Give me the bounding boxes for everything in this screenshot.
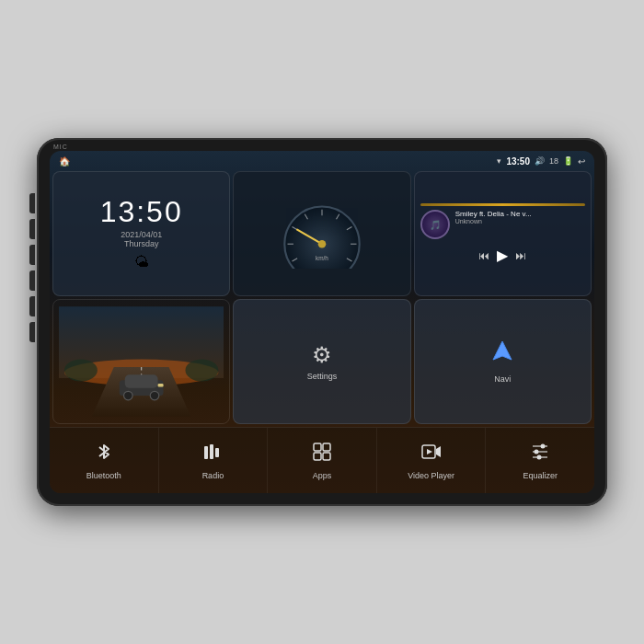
music-controls: ⏮ ▶ ⏭ <box>420 247 585 264</box>
settings-label: Settings <box>307 372 338 381</box>
radio-label: Radio <box>202 471 224 480</box>
settings-widget[interactable]: ⚙ Settings <box>233 299 410 424</box>
apps-icon <box>312 442 332 467</box>
clock-display: 13:50 <box>100 197 183 226</box>
play-button[interactable]: ▶ <box>497 247 508 264</box>
equalizer-button[interactable]: Equalizer <box>486 428 594 493</box>
svg-marker-34 <box>436 446 441 457</box>
status-bar: 🏠 ▾ 13:50 🔊 18 🔋 ↩ <box>50 151 594 171</box>
settings-icon: ⚙ <box>312 342 332 368</box>
album-art: 🎵 <box>420 210 450 239</box>
svg-point-22 <box>64 360 98 382</box>
mic-label: MIC <box>53 144 68 150</box>
video-button[interactable]: Video Player <box>377 428 487 493</box>
svg-text:km/h: km/h <box>316 255 328 261</box>
svg-rect-25 <box>204 446 208 459</box>
svg-rect-21 <box>158 384 164 387</box>
back-button[interactable] <box>29 270 35 291</box>
rst-button[interactable] <box>29 193 35 213</box>
battery-icon: 🔋 <box>563 156 573 166</box>
car-head-unit: MIC 🏠 ▾ 13:50 🔊 18 🔋 ↩ <box>37 138 607 506</box>
svg-marker-35 <box>427 449 432 454</box>
svg-point-39 <box>541 443 546 448</box>
weather-icon: 🌤 <box>134 254 149 270</box>
status-icons: ▾ 13:50 🔊 18 🔋 ↩ <box>497 156 585 167</box>
clock-date: 2021/04/01 Thursday <box>121 230 162 248</box>
road-svg <box>59 305 224 418</box>
svg-rect-30 <box>323 443 330 451</box>
video-label: Video Player <box>408 471 454 480</box>
navi-icon <box>489 339 515 371</box>
track-title: Smiley ft. Delia - Ne v... <box>455 210 547 218</box>
back-nav-icon[interactable]: ↩ <box>578 156 585 167</box>
clock-widget: 13:50 2021/04/01 Thursday 🌤 <box>52 171 230 296</box>
main-content-grid: 13:50 2021/04/01 Thursday 🌤 <box>52 171 592 424</box>
svg-point-23 <box>185 360 218 382</box>
svg-rect-32 <box>323 453 330 460</box>
apps-label: Apps <box>313 471 332 480</box>
svg-rect-31 <box>314 453 321 460</box>
bluetooth-label: Bluetooth <box>86 471 121 480</box>
svg-point-19 <box>124 391 133 400</box>
weather-display: 🌤 <box>134 254 149 270</box>
radio-button[interactable]: Radio <box>159 428 269 493</box>
home-button[interactable] <box>29 245 35 265</box>
equalizer-label: Equalizer <box>523 471 558 480</box>
svg-point-41 <box>537 454 542 459</box>
power-button[interactable] <box>29 219 35 239</box>
main-screen: 🏠 ▾ 13:50 🔊 18 🔋 ↩ 13:50 2021/04/01 Thur… <box>50 151 594 493</box>
svg-rect-29 <box>314 443 321 451</box>
svg-rect-27 <box>215 448 219 457</box>
vol-down-button[interactable] <box>29 322 35 342</box>
road-scene-widget <box>52 299 230 424</box>
bluetooth-button[interactable]: Bluetooth <box>50 428 159 493</box>
speedometer-svg: km/h <box>271 200 373 269</box>
apps-button[interactable]: Apps <box>268 428 377 493</box>
bluetooth-icon <box>94 442 114 467</box>
home-status-icon: 🏠 <box>59 156 70 167</box>
next-button[interactable]: ⏭ <box>515 249 526 262</box>
wifi-icon: ▾ <box>497 156 501 166</box>
svg-point-11 <box>318 239 327 247</box>
status-time: 13:50 <box>506 156 530 167</box>
music-gold-bar <box>420 203 585 206</box>
volume-level: 18 <box>549 156 558 166</box>
music-info: Smiley ft. Delia - Ne v... Unknown <box>455 210 585 224</box>
speedometer-widget: km/h <box>233 171 410 296</box>
volume-icon: 🔊 <box>535 156 545 166</box>
bottom-app-bar: Bluetooth Radio <box>50 427 594 493</box>
music-widget: 🎵 Smiley ft. Delia - Ne v... Unknown ⏮ ▶… <box>414 171 592 296</box>
status-left-icons: 🏠 <box>59 156 70 167</box>
navi-widget[interactable]: Navi <box>414 299 592 424</box>
track-artist: Unknown <box>455 218 585 224</box>
vol-up-button[interactable] <box>29 296 35 316</box>
svg-rect-18 <box>125 374 158 387</box>
video-icon <box>421 442 442 467</box>
music-top: 🎵 Smiley ft. Delia - Ne v... Unknown <box>420 210 585 239</box>
navi-label: Navi <box>494 374 511 384</box>
svg-rect-26 <box>210 444 213 459</box>
svg-point-37 <box>535 449 539 454</box>
svg-marker-24 <box>493 341 512 360</box>
radio-icon <box>202 442 223 467</box>
svg-point-20 <box>150 391 159 400</box>
side-buttons <box>29 193 35 342</box>
prev-button[interactable]: ⏮ <box>478 249 489 262</box>
speedo-container: km/h <box>239 178 404 290</box>
equalizer-icon <box>530 442 550 467</box>
